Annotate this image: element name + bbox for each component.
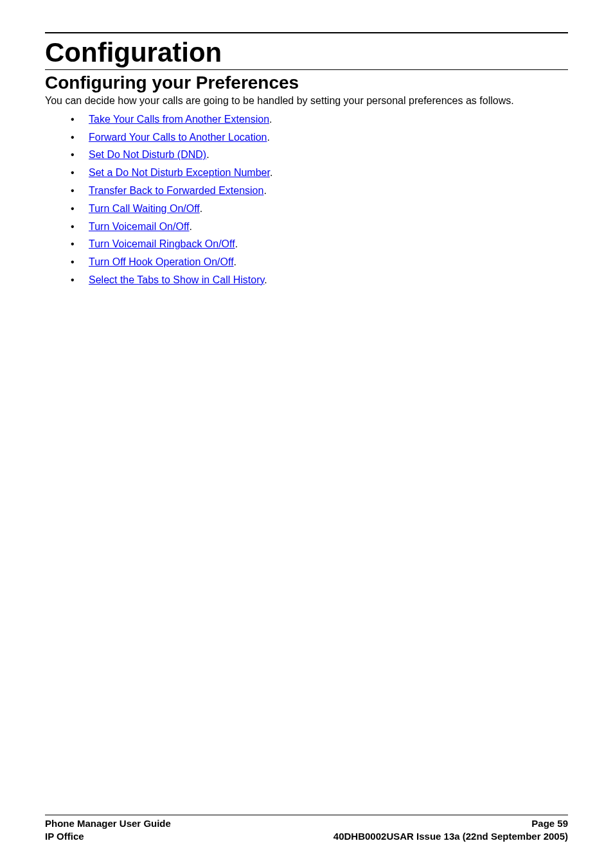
list-item: Turn Voicemail Ringback On/Off. [71,238,568,251]
period: . [267,132,270,143]
list-item: Set a Do Not Disturb Exception Number. [71,166,568,180]
page-content: Configuration Configuring your Preferenc… [0,0,613,287]
heading-1: Configuration [45,37,568,68]
footer-right-2: 40DHB0002USAR Issue 13a (22nd September … [333,830,568,843]
period: . [234,256,236,267]
link-take-calls-another-extension[interactable]: Take Your Calls from Another Extension [89,114,269,125]
link-set-do-not-disturb[interactable]: Set Do Not Disturb (DND) [89,149,206,160]
period: . [264,274,267,285]
list-item: Set Do Not Disturb (DND). [71,148,568,162]
footer-rule [45,815,568,815]
list-item: Turn Call Waiting On/Off. [71,202,568,216]
period: . [263,185,266,196]
footer-row-1: Phone Manager User Guide Page 59 [45,817,568,830]
period: . [235,238,238,249]
list-item: Turn Off Hook Operation On/Off. [71,256,568,269]
footer-row-2: IP Office 40DHB0002USAR Issue 13a (22nd … [45,830,568,843]
period: . [270,167,272,178]
footer-right-1: Page 59 [531,817,568,830]
footer-left-2: IP Office [45,830,84,843]
intro-text: You can decide how your calls are going … [45,94,568,108]
list-item: Select the Tabs to Show in Call History. [71,274,568,287]
preference-link-list: Take Your Calls from Another Extension. … [45,113,568,287]
link-forward-calls-another-location[interactable]: Forward Your Calls to Another Location [89,132,267,143]
top-rule [45,32,568,33]
link-select-tabs-call-history[interactable]: Select the Tabs to Show in Call History [89,274,264,285]
mid-rule [45,69,568,70]
list-item: Take Your Calls from Another Extension. [71,113,568,127]
footer-left-1: Phone Manager User Guide [45,817,171,830]
list-item: Transfer Back to Forwarded Extension. [71,184,568,198]
link-turn-call-waiting-on-off[interactable]: Turn Call Waiting On/Off [89,203,200,214]
list-item: Turn Voicemail On/Off. [71,220,568,234]
link-turn-off-hook-operation-on-off[interactable]: Turn Off Hook Operation On/Off [89,256,234,267]
period: . [190,221,192,232]
link-turn-voicemail-ringback-on-off[interactable]: Turn Voicemail Ringback On/Off [89,238,235,249]
page-footer: Phone Manager User Guide Page 59 IP Offi… [45,815,568,842]
period: . [200,203,202,214]
heading-2: Configuring your Preferences [45,73,568,93]
period: . [269,114,272,125]
link-set-dnd-exception-number[interactable]: Set a Do Not Disturb Exception Number [89,167,270,178]
link-turn-voicemail-on-off[interactable]: Turn Voicemail On/Off [89,221,190,232]
period: . [206,149,209,160]
list-item: Forward Your Calls to Another Location. [71,131,568,145]
link-transfer-back-forwarded-extension[interactable]: Transfer Back to Forwarded Extension [89,185,263,196]
